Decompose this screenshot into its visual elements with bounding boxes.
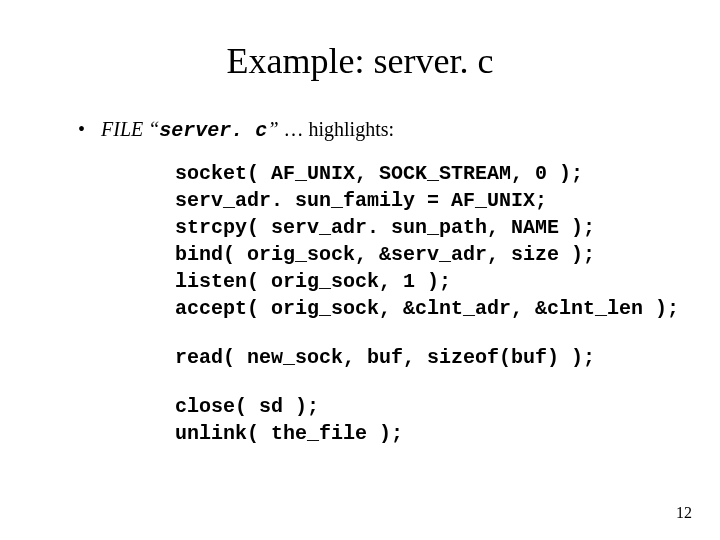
filename: server. c <box>159 119 267 142</box>
bullet-rest: … highlights: <box>279 118 395 140</box>
close-quote: ” <box>267 118 278 140</box>
bullet-line: • FILE “server. c” … highlights: <box>78 118 670 142</box>
code-block-1: socket( AF_UNIX, SOCK_STREAM, 0 ); serv_… <box>175 160 670 322</box>
bullet-icon: • <box>78 118 96 141</box>
slide: Example: server. c • FILE “server. c” … … <box>0 0 720 540</box>
code-block-3: close( sd ); unlink( the_file ); <box>175 393 670 447</box>
page-number: 12 <box>676 504 692 522</box>
code-block-2: read( new_sock, buf, sizeof(buf) ); <box>175 344 670 371</box>
file-label: FILE <box>101 118 143 140</box>
open-quote: “ <box>148 118 159 140</box>
slide-title: Example: server. c <box>50 40 670 82</box>
